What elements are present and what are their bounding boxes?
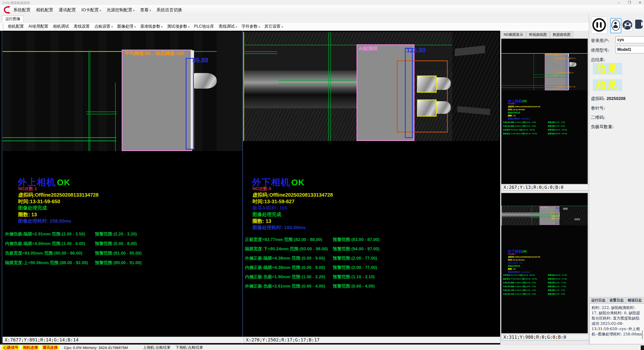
log-tab[interactable]: 设置日志 xyxy=(608,297,625,303)
window-controls: – ❐ ✕ xyxy=(616,0,642,5)
mini-image-strip: AI检测框 123.80 宽度:0.55 高度:1.8宽度:0.64 高度:1.… xyxy=(501,206,588,225)
loop-count: 圈数: 13 xyxy=(508,114,516,117)
exit-button[interactable] xyxy=(634,18,644,32)
log-scrollbar-thumb[interactable] xyxy=(642,331,643,339)
chevron-down-icon: ▾ xyxy=(281,25,283,28)
tab-run-image[interactable]: 运行图像 xyxy=(2,16,24,22)
measurement-text: 正极宽度=83.77mm 范围:(82.00 - 88.00) xyxy=(503,274,548,276)
ng-thumbnail-top-camera[interactable]: 阈值:93, 动态阈值:100 85.88 宽度:1.226 高度:1.779 … xyxy=(501,39,588,184)
ng-tab-bar: NG截图显示料线曲线图数据曲线图 xyxy=(501,31,574,38)
ai-elapsed: 极耳AI耗时: 165 xyxy=(252,205,287,211)
ng-tab[interactable]: 料线曲线图 xyxy=(526,31,550,38)
user-login-button[interactable] xyxy=(610,18,621,33)
menu-item[interactable]: 系统配置 xyxy=(11,7,33,13)
user-management-button[interactable] xyxy=(622,19,633,32)
measurement-text: 负极宽度=83.05mm 范围:(80.00 - 86.00) xyxy=(503,129,548,131)
measurement-warning: 预警范围:(2.00 - 77.00) xyxy=(548,282,567,284)
measurement-warning: 预警范围:(1.10 - 2.10) xyxy=(548,289,567,291)
pause-button[interactable] xyxy=(591,17,607,34)
minimize-button[interactable]: – xyxy=(616,1,621,5)
menu-item[interactable]: 通讯配置 xyxy=(56,7,79,13)
toolbar-item-label: PLC地址库 xyxy=(194,24,214,28)
bottom-camera-check-status: 下相机:点检结束 xyxy=(176,345,203,350)
chevron-down-icon: ▾ xyxy=(188,25,189,28)
measurement-warning: 预警范围:(94.00 - 97.00) xyxy=(548,278,567,280)
blue-measure-value: 123.80 xyxy=(406,47,426,54)
ng-count: NG次数:1 xyxy=(508,102,516,105)
measurement-warning: 预警范围:(83.00 - 87.00) xyxy=(333,237,379,243)
menu-item[interactable]: 光源控制配置▾ xyxy=(104,7,137,13)
cpu-memory-readout: Cpu: 0.0% Memory: 3424.41796875M xyxy=(64,345,128,350)
menu-item-label: 系统语言切换 xyxy=(156,8,182,12)
toolbar-item[interactable]: 点检设置▾ xyxy=(92,24,115,29)
ng-tab[interactable]: 数据曲线图 xyxy=(550,31,573,38)
ai-annotation-text: 宽度:0.889 高度:1.8 xyxy=(558,72,573,74)
title-bar: CYS-视觉检测系统 – ❐ ✕ xyxy=(0,0,644,5)
toolbar-item[interactable]: 测试项参数▾ xyxy=(165,24,192,29)
measurement-text: 隔膜宽度-下=95.24mm 范围:(93.00 - 98.00) xyxy=(503,278,548,280)
users-icon xyxy=(623,20,632,30)
login-user-field[interactable] xyxy=(616,36,644,43)
menu-item-label: 查看 xyxy=(140,8,149,12)
model-field[interactable] xyxy=(616,46,644,53)
toolbar-item[interactable]: 字符参数▾ xyxy=(239,24,262,29)
ai-detect-annotation: 宽度:1.226 高度:1.779 xyxy=(554,58,575,61)
orange-detect-box xyxy=(554,72,557,75)
toolbar-item[interactable]: PLC地址库 xyxy=(192,24,216,29)
top-camera-image-view[interactable]: 平均阈值:93，动态阈值:100 85.88 xyxy=(3,32,242,151)
toolbar-item[interactable]: 离线调试▾ xyxy=(216,24,239,29)
mini-measurement-list: 正极宽度=83.77mm 范围:(82.00 - 88.00) 预警范围:(83… xyxy=(503,274,567,295)
result-badge-bottom: 结果 xyxy=(593,79,622,91)
capture-time: 时间:13-31-59-627 xyxy=(508,259,525,261)
toolbar-item[interactable]: 其它设置▾ xyxy=(262,24,285,29)
toolbar-item[interactable]: 相机调试 xyxy=(51,24,71,29)
yellow-edge-line xyxy=(243,32,244,141)
threshold-overlay-label: 阈值:93, 动态阈值:100 xyxy=(545,54,563,56)
green-reference-line xyxy=(90,51,90,151)
log-tab[interactable]: 错误日志 xyxy=(626,297,643,303)
toolbar-item-label: 离线设置 xyxy=(74,24,90,28)
measurement-text: 正极宽度=83.77mm 范围:(82.00 - 88.00) xyxy=(245,237,333,243)
menu-item-label: 相机配置 xyxy=(36,8,53,12)
toolbar: 相机配置 AI使用配置 相机调试 离线设置 点检设置▾ 图像处理▾ 基准线参数▾… xyxy=(0,22,589,31)
menu-bar: 系统配置 相机配置 通讯配置 IO卡配置▾ 光源控制配置▾ 查看▾ 系统语言切换 xyxy=(0,5,644,15)
right-sidebar: 登录用户: 使用型号: 总结果: 结果 结果 虚拟码: 20250208 卷针号… xyxy=(589,15,644,344)
log-output[interactable]: 耗时: 222, 缺陷检测耗时: 17, 缺陷分类耗时: 0, 缺陷提取分区耗时… xyxy=(589,303,644,344)
orange-detect-box xyxy=(554,86,557,89)
close-button[interactable]: ✕ xyxy=(637,1,642,5)
ng-tab[interactable]: NG截图显示 xyxy=(501,31,526,38)
yellow-reference-line xyxy=(3,51,124,52)
menu-item[interactable]: 相机配置 xyxy=(33,7,56,13)
measurement-text: 外侧正极-隔膜=4.38mm 范围:(0.00 - 9.00) xyxy=(503,282,548,284)
menu-item[interactable]: IO卡配置▾ xyxy=(79,7,104,13)
chevron-down-icon: ▾ xyxy=(236,25,237,28)
ng-count: NG次数:0 xyxy=(508,253,516,255)
toolbar-item[interactable]: AI使用配置 xyxy=(26,24,51,29)
window-title: CYS-视觉检测系统 xyxy=(3,1,30,5)
chevron-down-icon: ▾ xyxy=(161,25,163,28)
model-label: 使用型号: xyxy=(591,47,609,53)
toolbar-item[interactable]: 图像处理▾ xyxy=(115,24,138,29)
green-measure-line xyxy=(86,114,117,114)
measurement-text: 外侧正极-负极=2.61mm 范围:(0.60 - 4.00) xyxy=(503,293,548,295)
menu-item[interactable]: 系统语言切换 xyxy=(154,7,185,13)
green-measure-line xyxy=(244,51,277,52)
measurement-warning: 预警范围:(81.00 - 85.00) xyxy=(548,129,567,131)
toolbar-item-label: 基准线参数 xyxy=(140,24,160,28)
bottom-measurement-list: 正极宽度=83.77mm 范围:(82.00 - 88.00) 预警范围:(83… xyxy=(245,237,379,289)
toolbar-item[interactable]: 基准线参数▾ xyxy=(138,24,165,29)
toolbar-item[interactable]: 离线设置 xyxy=(71,24,92,29)
maximize-button[interactable]: ❐ xyxy=(627,1,632,5)
measurement-warning: 预警范围:(2.00 - 77.00) xyxy=(333,265,379,271)
process-done: 图像处理完成 xyxy=(252,211,281,218)
measurement-warning: 预警范围:(2.00 - 77.00) xyxy=(548,286,567,288)
loop-count: 圈数: 13 xyxy=(508,268,516,270)
toolbar-item[interactable]: 相机配置 xyxy=(6,24,26,29)
toolbar-item-label: 相机调试 xyxy=(53,24,69,28)
bottom-camera-image-view[interactable]: AI检测框 123.80 xyxy=(243,32,499,141)
ng-thumbnail-bottom-camera[interactable]: AI检测框 123.80 宽度:0.55 高度:1.8宽度:0.64 高度:1.… xyxy=(501,193,588,333)
status-badge: 心跳信号 xyxy=(2,345,20,350)
menu-item-label: 系统配置 xyxy=(13,8,30,12)
log-tab[interactable]: 运行日志 xyxy=(590,297,607,303)
menu-item[interactable]: 查看▾ xyxy=(137,7,154,13)
